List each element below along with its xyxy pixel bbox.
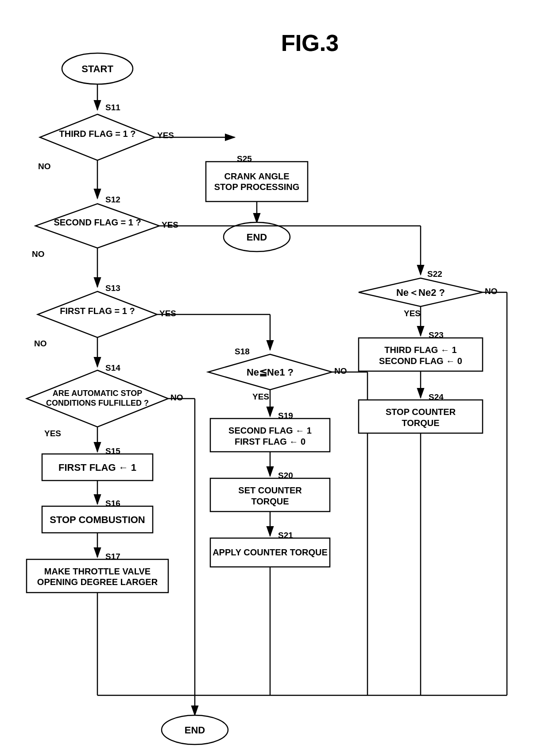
s18-yes-label: YES	[252, 392, 269, 401]
s17-text1: MAKE THROTTLE VALVE	[44, 566, 151, 576]
s22-yes-label: YES	[404, 309, 421, 318]
s19-text1: SECOND FLAG ← 1	[228, 426, 312, 435]
s22-text: Ne＜Ne2 ?	[396, 287, 445, 298]
end2-label: END	[185, 725, 205, 736]
s13-yes-label: YES	[159, 309, 176, 318]
s25-box	[206, 162, 308, 202]
s20-text1: SET COUNTER	[238, 485, 302, 495]
s14-text1: ARE AUTOMATIC STOP	[53, 389, 142, 398]
s14-yes-label: YES	[44, 429, 61, 438]
s13-step-label: S13	[105, 283, 120, 293]
s22-step-label: S22	[427, 269, 442, 279]
s24-text2: TORQUE	[402, 418, 439, 428]
s18-step-label: S18	[235, 347, 250, 356]
s18-no-label: NO	[334, 366, 347, 376]
s12-step-label: S12	[105, 195, 120, 204]
s21-text: APPLY COUNTER TORQUE	[213, 547, 328, 557]
s25-text2: STOP PROCESSING	[214, 182, 300, 192]
s18-text: Ne≦Ne1 ?	[247, 367, 294, 378]
s12-yes-label: YES	[162, 220, 178, 229]
s13-text: FIRST FLAG = 1 ?	[60, 306, 135, 316]
s14-step-label: S14	[105, 363, 120, 372]
s12-no-label: NO	[32, 249, 45, 259]
s17-text2: OPENING DEGREE LARGER	[37, 577, 158, 587]
s25-text1: CRANK ANGLE	[224, 171, 289, 181]
s19-text2: FIRST FLAG ← 0	[235, 437, 305, 446]
s11-step-label: S11	[105, 103, 120, 112]
fig3-title: FIG.3	[281, 30, 339, 56]
start-label: START	[81, 63, 113, 74]
end1-label: END	[247, 232, 267, 243]
s13-no-label: NO	[34, 339, 47, 348]
s11-text: THIRD FLAG = 1 ?	[59, 129, 136, 139]
s22-no-label: NO	[485, 287, 498, 296]
s14-no-label: NO	[170, 393, 183, 402]
page: FIG.3 START S11 THIRD FLAG = 1 ? NO YES …	[0, 0, 549, 756]
s23-text1: THIRD FLAG ← 1	[384, 345, 456, 355]
s12-text: SECOND FLAG = 1 ?	[54, 217, 141, 227]
s16-text: STOP COMBUSTION	[50, 514, 145, 525]
s15-text: FIRST FLAG ← 1	[58, 462, 136, 473]
s23-text2: SECOND FLAG ← 0	[379, 356, 462, 366]
s11-no-label: NO	[38, 162, 51, 171]
s20-text2: TORQUE	[251, 496, 289, 506]
flowchart: FIG.3 START S11 THIRD FLAG = 1 ? NO YES …	[0, 0, 549, 756]
s11-yes-label: YES	[157, 131, 174, 140]
s24-text1: STOP COUNTER	[386, 407, 456, 417]
s14-text2: CONDITIONS FULFILLED ?	[46, 399, 149, 407]
